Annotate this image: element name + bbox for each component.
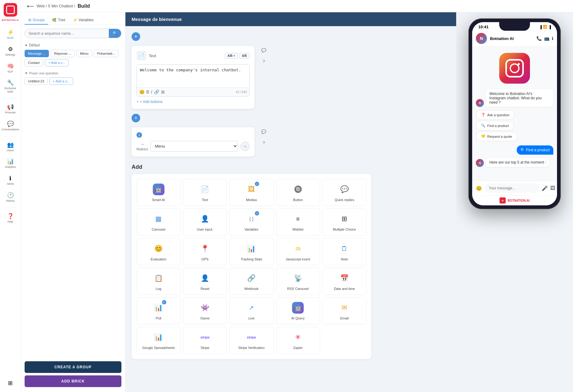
sidebar-item-exclusive[interactable]: 🔧 Exclusive tools — [2, 77, 19, 96]
seq-menu[interactable]: Menu — [77, 50, 92, 57]
add-item-stripe-v[interactable]: stripeStripe Verification — [229, 327, 273, 354]
add-item-carousel[interactable]: ▦Carousel — [136, 208, 180, 236]
emoji-picker-icon[interactable]: 😊 — [476, 185, 482, 191]
tab-variables[interactable]: ⚡ Variables — [69, 16, 97, 25]
italic-icon[interactable]: I — [151, 89, 152, 94]
option-quote[interactable]: 💛 Request a quote — [476, 132, 517, 141]
add-item-medias[interactable]: 🖼+Medias — [229, 179, 273, 206]
phone-call-icon[interactable]: 📞 — [536, 36, 542, 41]
add-item-label-webhook: Webhook — [244, 287, 259, 291]
alerts-icon: ℹ — [9, 175, 11, 182]
bold-icon[interactable]: B — [146, 89, 149, 94]
seq-add-question[interactable]: + Add a s... — [49, 77, 73, 85]
add-item-webhook[interactable]: 🔗Webhook — [229, 268, 273, 295]
add-item-button[interactable]: 🔘Button — [276, 179, 320, 206]
comment-icon[interactable]: 💬 — [259, 46, 268, 54]
phone-video-icon[interactable]: 📺 — [544, 36, 549, 41]
seq-presentation[interactable]: Présentati... — [94, 50, 119, 57]
menu-question-icon[interactable]: ? — [259, 138, 268, 147]
add-item-evaluation[interactable]: 😊Evaluation — [136, 238, 180, 265]
canvas-header: Message de bienvenue — [125, 12, 456, 26]
add-item-rss[interactable]: 📡RSS Carousel — [276, 268, 320, 295]
seq-message[interactable]: Message ... — [25, 50, 49, 57]
add-item-tracking[interactable]: 📊Tracking Stats — [229, 238, 273, 265]
menu-select[interactable]: Menu — [150, 141, 238, 152]
groups-label: Groups — [33, 18, 45, 22]
add-item-live[interactable]: ↗Live — [229, 297, 273, 324]
collapse-btn[interactable]: ⊞ — [6, 377, 15, 389]
add-item-js[interactable]: JSJavascript event — [276, 238, 320, 265]
add-item-smart-ai[interactable]: 🤖Smart AI — [136, 179, 180, 206]
seq-reponse[interactable]: Réponse ... — [51, 50, 75, 57]
add-item-gps[interactable]: 📍GPS — [183, 238, 227, 265]
phone-mockup: 10:41 ▐ 📶 ▐ N Botnation AI 📞 📺 — [468, 18, 561, 209]
seq-untitled23[interactable]: Untitled 23 — [25, 77, 48, 85]
search-button[interactable]: 🔍 — [109, 29, 121, 38]
message-textarea[interactable]: Welcome to the company's internal chatbo… — [137, 65, 249, 86]
tab-tree[interactable]: 🌿 Tree — [48, 16, 69, 25]
search-input[interactable] — [25, 29, 109, 38]
sidebar-item-users[interactable]: 👥 Users — [2, 139, 19, 155]
add-item-note[interactable]: 🗒Note — [322, 238, 366, 265]
add-item-reset[interactable]: 👤Reset — [183, 268, 227, 295]
add-item-quick[interactable]: 💬Quick replies — [322, 179, 366, 206]
link-icon[interactable]: 🔗 — [154, 89, 159, 94]
text-type-icon: 📄 — [136, 51, 146, 61]
sidebar-item-promote[interactable]: 📢 Promote — [2, 101, 19, 117]
add-item-variables[interactable]: { }+Variables — [229, 208, 273, 236]
option-find[interactable]: 🔍 Find a product — [476, 121, 514, 130]
add-buttons-link[interactable]: + + Add buttons — [136, 100, 250, 104]
add-brick-button[interactable]: ADD BRICK — [25, 375, 121, 387]
add-item-game[interactable]: 👾Game — [183, 297, 227, 324]
sidebar-item-alerts[interactable]: ℹ Alerts — [2, 172, 19, 188]
phone-info-icon[interactable]: ℹ — [552, 36, 553, 41]
sidebar-item-settings[interactable]: ⚙ Settings — [2, 43, 19, 59]
option-ask[interactable]: ❓ Ask a question — [476, 110, 515, 120]
option-find-emoji: 🔍 — [481, 124, 485, 128]
add-item-log[interactable]: 📋Log — [136, 268, 180, 295]
add-item-icon-weblist: ≡ — [291, 212, 304, 225]
emoji-icon[interactable]: 😊 — [139, 89, 144, 94]
ab-btn[interactable]: A/B — [239, 53, 250, 59]
back-icon[interactable]: ⟵ — [27, 3, 34, 9]
sidebar-item-help[interactable]: ❓ Help — [2, 210, 19, 226]
add-item-aiquery[interactable]: 🤖AI Query — [276, 297, 320, 324]
question-mark-icon[interactable]: ? — [259, 57, 268, 65]
tab-groups[interactable]: ⊞ Groups — [25, 16, 48, 25]
plus-badge-variables: + — [255, 211, 259, 216]
add-item-datetime[interactable]: 📅Date and time — [322, 268, 366, 295]
sidebar-item-build[interactable]: ⚡ Build — [2, 26, 19, 42]
ab-buttons: A/B + A/B — [225, 53, 250, 59]
groups-icon: ⊞ — [28, 18, 31, 22]
add-item-icon-poll: 📊+ — [152, 301, 165, 314]
sidebar-item-nlp[interactable]: 🧠 NLP — [2, 60, 19, 76]
seq-add-defaut[interactable]: + Add a s... — [45, 59, 69, 66]
add-btn-middle[interactable]: + — [132, 114, 140, 122]
seq-contact[interactable]: Contact — [25, 59, 43, 66]
phone-input[interactable] — [484, 184, 539, 193]
ab-add-btn[interactable]: A/B + — [225, 53, 238, 59]
add-item-user-input[interactable]: 👤User input. — [183, 208, 227, 236]
add-item-multiple[interactable]: ⊞Multiple Choice — [322, 208, 366, 236]
welcome-msg-row: N Welcome to Botnation AI's Instagram ch… — [476, 89, 553, 107]
format-icon[interactable]: ⊞ — [161, 89, 165, 94]
icon-symbol-button: 🔘 — [294, 185, 302, 193]
menu-go-btn[interactable]: → — [240, 142, 250, 151]
sidebar-item-conversations[interactable]: 💬 Conversations — [2, 118, 19, 134]
add-item-text[interactable]: 📄Text — [183, 179, 227, 206]
mic-icon[interactable]: 🎤 — [542, 185, 548, 191]
add-item-poll[interactable]: 📊+Poll — [136, 297, 180, 324]
create-group-button[interactable]: CREATE A GROUP — [25, 361, 121, 373]
add-item-zapier[interactable]: ✳Zapier — [276, 327, 320, 354]
menu-comment-icon[interactable]: 💬 — [259, 127, 268, 136]
add-item-gsheets[interactable]: 📊Google Spreadsheets — [136, 327, 180, 354]
sidebar-item-analytics[interactable]: 📊 Analytics — [2, 156, 19, 171]
add-item-stripe[interactable]: stripeStripe — [183, 327, 227, 354]
add-item-weblist[interactable]: ≡Weblist — [276, 208, 320, 236]
add-section-title: Add — [132, 164, 450, 170]
add-item-email[interactable]: ✉Email — [322, 297, 366, 324]
image-icon[interactable]: 🖼 — [550, 185, 555, 191]
add-item-label-rss: RSS Carousel — [287, 287, 309, 291]
add-btn-top[interactable]: + — [132, 32, 140, 41]
sidebar-item-history[interactable]: 🕐 History — [2, 189, 19, 205]
